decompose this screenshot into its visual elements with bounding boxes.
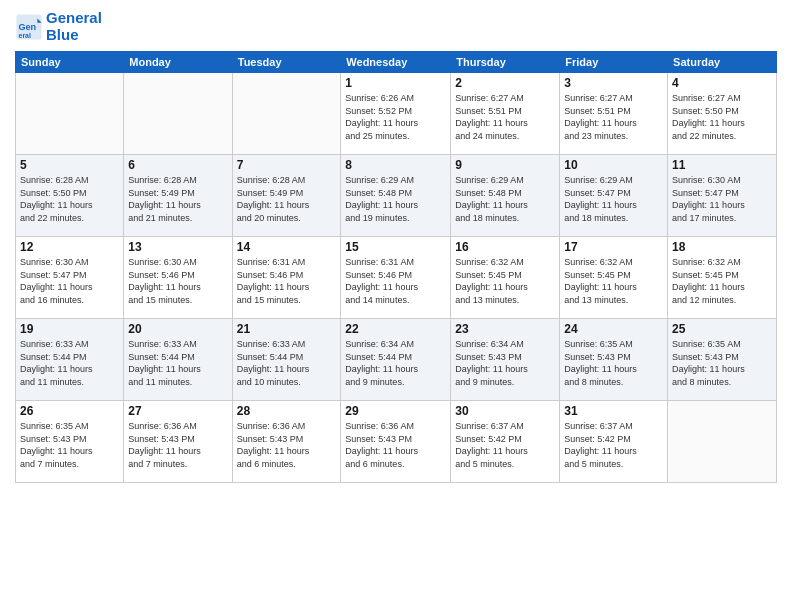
day-number: 30 (455, 404, 555, 418)
calendar-cell: 7Sunrise: 6:28 AM Sunset: 5:49 PM Daylig… (232, 155, 341, 237)
calendar-cell: 24Sunrise: 6:35 AM Sunset: 5:43 PM Dayli… (560, 319, 668, 401)
day-info: Sunrise: 6:34 AM Sunset: 5:44 PM Dayligh… (345, 338, 446, 388)
day-number: 31 (564, 404, 663, 418)
day-number: 17 (564, 240, 663, 254)
calendar-cell: 2Sunrise: 6:27 AM Sunset: 5:51 PM Daylig… (451, 73, 560, 155)
day-info: Sunrise: 6:32 AM Sunset: 5:45 PM Dayligh… (672, 256, 772, 306)
calendar-cell: 16Sunrise: 6:32 AM Sunset: 5:45 PM Dayli… (451, 237, 560, 319)
calendar-week-row: 5Sunrise: 6:28 AM Sunset: 5:50 PM Daylig… (16, 155, 777, 237)
calendar-cell: 19Sunrise: 6:33 AM Sunset: 5:44 PM Dayli… (16, 319, 124, 401)
day-info: Sunrise: 6:36 AM Sunset: 5:43 PM Dayligh… (237, 420, 337, 470)
calendar-cell: 21Sunrise: 6:33 AM Sunset: 5:44 PM Dayli… (232, 319, 341, 401)
day-number: 4 (672, 76, 772, 90)
calendar-cell: 27Sunrise: 6:36 AM Sunset: 5:43 PM Dayli… (124, 401, 232, 483)
day-info: Sunrise: 6:30 AM Sunset: 5:47 PM Dayligh… (20, 256, 119, 306)
page: Gen eral General Blue SundayMondayTuesda… (0, 0, 792, 612)
calendar-cell: 9Sunrise: 6:29 AM Sunset: 5:48 PM Daylig… (451, 155, 560, 237)
calendar-cell: 3Sunrise: 6:27 AM Sunset: 5:51 PM Daylig… (560, 73, 668, 155)
calendar-cell: 14Sunrise: 6:31 AM Sunset: 5:46 PM Dayli… (232, 237, 341, 319)
calendar-cell: 1Sunrise: 6:26 AM Sunset: 5:52 PM Daylig… (341, 73, 451, 155)
day-info: Sunrise: 6:30 AM Sunset: 5:46 PM Dayligh… (128, 256, 227, 306)
svg-text:Gen: Gen (19, 21, 37, 31)
logo-text: General Blue (46, 10, 102, 43)
calendar-cell: 22Sunrise: 6:34 AM Sunset: 5:44 PM Dayli… (341, 319, 451, 401)
day-number: 21 (237, 322, 337, 336)
day-number: 18 (672, 240, 772, 254)
day-number: 15 (345, 240, 446, 254)
logo: Gen eral General Blue (15, 10, 102, 43)
calendar-day-header: Friday (560, 52, 668, 73)
day-info: Sunrise: 6:29 AM Sunset: 5:48 PM Dayligh… (455, 174, 555, 224)
day-number: 22 (345, 322, 446, 336)
calendar-cell: 11Sunrise: 6:30 AM Sunset: 5:47 PM Dayli… (668, 155, 777, 237)
calendar-week-row: 26Sunrise: 6:35 AM Sunset: 5:43 PM Dayli… (16, 401, 777, 483)
calendar-day-header: Wednesday (341, 52, 451, 73)
day-info: Sunrise: 6:31 AM Sunset: 5:46 PM Dayligh… (237, 256, 337, 306)
calendar-cell: 5Sunrise: 6:28 AM Sunset: 5:50 PM Daylig… (16, 155, 124, 237)
day-info: Sunrise: 6:26 AM Sunset: 5:52 PM Dayligh… (345, 92, 446, 142)
calendar-cell: 8Sunrise: 6:29 AM Sunset: 5:48 PM Daylig… (341, 155, 451, 237)
day-number: 2 (455, 76, 555, 90)
calendar-cell (124, 73, 232, 155)
day-info: Sunrise: 6:27 AM Sunset: 5:50 PM Dayligh… (672, 92, 772, 142)
calendar-cell: 23Sunrise: 6:34 AM Sunset: 5:43 PM Dayli… (451, 319, 560, 401)
day-number: 28 (237, 404, 337, 418)
day-number: 19 (20, 322, 119, 336)
day-info: Sunrise: 6:29 AM Sunset: 5:48 PM Dayligh… (345, 174, 446, 224)
day-info: Sunrise: 6:35 AM Sunset: 5:43 PM Dayligh… (20, 420, 119, 470)
logo-icon: Gen eral (15, 13, 43, 41)
day-info: Sunrise: 6:37 AM Sunset: 5:42 PM Dayligh… (564, 420, 663, 470)
day-info: Sunrise: 6:35 AM Sunset: 5:43 PM Dayligh… (564, 338, 663, 388)
day-number: 8 (345, 158, 446, 172)
calendar-cell: 25Sunrise: 6:35 AM Sunset: 5:43 PM Dayli… (668, 319, 777, 401)
day-info: Sunrise: 6:27 AM Sunset: 5:51 PM Dayligh… (564, 92, 663, 142)
calendar-cell (232, 73, 341, 155)
day-info: Sunrise: 6:37 AM Sunset: 5:42 PM Dayligh… (455, 420, 555, 470)
calendar-day-header: Sunday (16, 52, 124, 73)
day-info: Sunrise: 6:35 AM Sunset: 5:43 PM Dayligh… (672, 338, 772, 388)
day-number: 12 (20, 240, 119, 254)
calendar-cell: 29Sunrise: 6:36 AM Sunset: 5:43 PM Dayli… (341, 401, 451, 483)
calendar-week-row: 12Sunrise: 6:30 AM Sunset: 5:47 PM Dayli… (16, 237, 777, 319)
day-info: Sunrise: 6:33 AM Sunset: 5:44 PM Dayligh… (20, 338, 119, 388)
calendar-cell: 6Sunrise: 6:28 AM Sunset: 5:49 PM Daylig… (124, 155, 232, 237)
day-number: 10 (564, 158, 663, 172)
day-number: 25 (672, 322, 772, 336)
day-number: 14 (237, 240, 337, 254)
calendar-cell: 18Sunrise: 6:32 AM Sunset: 5:45 PM Dayli… (668, 237, 777, 319)
day-info: Sunrise: 6:27 AM Sunset: 5:51 PM Dayligh… (455, 92, 555, 142)
day-number: 29 (345, 404, 446, 418)
day-number: 5 (20, 158, 119, 172)
calendar-day-header: Thursday (451, 52, 560, 73)
day-number: 23 (455, 322, 555, 336)
calendar-header-row: SundayMondayTuesdayWednesdayThursdayFrid… (16, 52, 777, 73)
day-info: Sunrise: 6:28 AM Sunset: 5:49 PM Dayligh… (237, 174, 337, 224)
day-number: 6 (128, 158, 227, 172)
calendar-cell: 26Sunrise: 6:35 AM Sunset: 5:43 PM Dayli… (16, 401, 124, 483)
day-number: 13 (128, 240, 227, 254)
day-info: Sunrise: 6:33 AM Sunset: 5:44 PM Dayligh… (128, 338, 227, 388)
calendar-cell (668, 401, 777, 483)
day-number: 24 (564, 322, 663, 336)
calendar-cell (16, 73, 124, 155)
calendar-cell: 17Sunrise: 6:32 AM Sunset: 5:45 PM Dayli… (560, 237, 668, 319)
day-info: Sunrise: 6:28 AM Sunset: 5:50 PM Dayligh… (20, 174, 119, 224)
day-number: 1 (345, 76, 446, 90)
day-info: Sunrise: 6:33 AM Sunset: 5:44 PM Dayligh… (237, 338, 337, 388)
day-number: 16 (455, 240, 555, 254)
calendar-day-header: Monday (124, 52, 232, 73)
day-info: Sunrise: 6:34 AM Sunset: 5:43 PM Dayligh… (455, 338, 555, 388)
day-info: Sunrise: 6:36 AM Sunset: 5:43 PM Dayligh… (345, 420, 446, 470)
calendar-cell: 4Sunrise: 6:27 AM Sunset: 5:50 PM Daylig… (668, 73, 777, 155)
calendar-cell: 15Sunrise: 6:31 AM Sunset: 5:46 PM Dayli… (341, 237, 451, 319)
calendar-cell: 31Sunrise: 6:37 AM Sunset: 5:42 PM Dayli… (560, 401, 668, 483)
day-number: 11 (672, 158, 772, 172)
calendar-week-row: 1Sunrise: 6:26 AM Sunset: 5:52 PM Daylig… (16, 73, 777, 155)
calendar-day-header: Tuesday (232, 52, 341, 73)
calendar-cell: 28Sunrise: 6:36 AM Sunset: 5:43 PM Dayli… (232, 401, 341, 483)
day-info: Sunrise: 6:30 AM Sunset: 5:47 PM Dayligh… (672, 174, 772, 224)
calendar-cell: 20Sunrise: 6:33 AM Sunset: 5:44 PM Dayli… (124, 319, 232, 401)
calendar-cell: 13Sunrise: 6:30 AM Sunset: 5:46 PM Dayli… (124, 237, 232, 319)
day-number: 26 (20, 404, 119, 418)
day-number: 27 (128, 404, 227, 418)
